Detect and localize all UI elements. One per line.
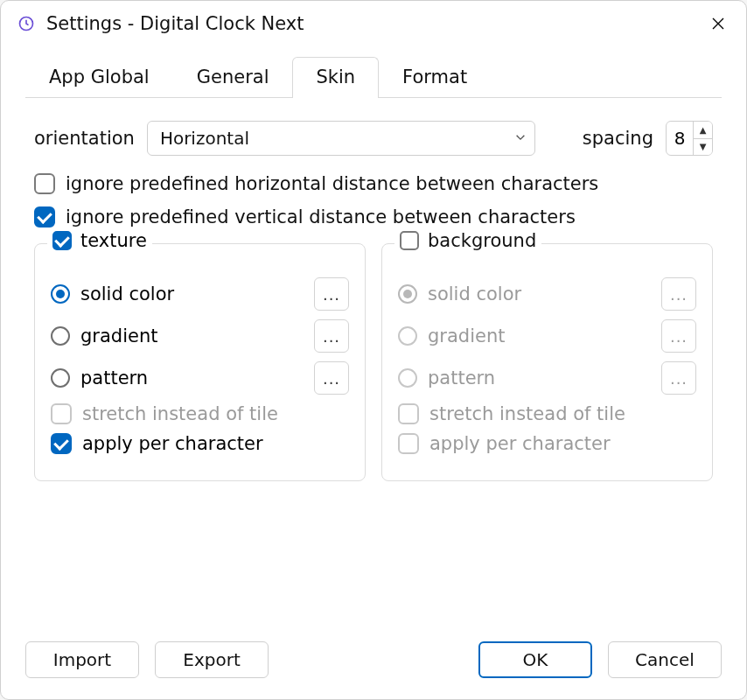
texture-apply-per-char-row: apply per character	[51, 433, 349, 454]
ignore-horizontal-label: ignore predefined horizontal distance be…	[66, 173, 598, 194]
texture-pattern-radio[interactable]	[51, 368, 70, 388]
orientation-select[interactable]: Horizontal	[147, 121, 535, 156]
texture-apply-per-char-checkbox[interactable]	[51, 433, 72, 454]
background-gradient-radio	[398, 326, 417, 346]
background-pattern-row: pattern ...	[398, 361, 696, 395]
close-icon	[711, 17, 725, 31]
orientation-label: orientation	[34, 128, 135, 149]
settings-window: Settings - Digital Clock Next App Global…	[0, 0, 747, 700]
ignore-horizontal-row: ignore predefined horizontal distance be…	[34, 173, 713, 194]
ok-button[interactable]: OK	[478, 641, 592, 678]
texture-gradient-label: gradient	[80, 326, 304, 346]
background-legend: background	[394, 230, 541, 251]
background-gradient-label: gradient	[428, 326, 651, 346]
titlebar: Settings - Digital Clock Next	[1, 1, 746, 43]
orientation-row: orientation Horizontal spacing ▲ ▼	[34, 121, 713, 156]
spacing-input[interactable]	[667, 128, 693, 149]
group-row: texture solid color ... gradient ...	[34, 243, 713, 481]
texture-pattern-more-button[interactable]: ...	[314, 361, 349, 395]
background-gradient-row: gradient ...	[398, 319, 696, 353]
spacing-down-button[interactable]: ▼	[694, 139, 712, 156]
texture-solid-more-button[interactable]: ...	[314, 277, 349, 311]
ignore-vertical-checkbox[interactable]	[34, 206, 55, 228]
texture-stretch-checkbox	[51, 403, 72, 424]
texture-pattern-label: pattern	[80, 368, 304, 388]
texture-legend: texture	[47, 230, 152, 251]
texture-solid-radio[interactable]	[51, 284, 70, 304]
background-stretch-checkbox	[398, 403, 419, 424]
tab-app-global[interactable]: App Global	[25, 57, 173, 98]
background-stretch-row: stretch instead of tile	[398, 403, 696, 424]
background-gradient-more-button: ...	[661, 319, 696, 353]
export-button[interactable]: Export	[155, 641, 269, 678]
texture-solid-row: solid color ...	[51, 277, 349, 311]
background-group: background solid color ... gradient ...	[381, 243, 713, 481]
background-apply-per-char-row: apply per character	[398, 433, 696, 454]
ignore-vertical-row: ignore predefined vertical distance betw…	[34, 206, 713, 228]
tab-general[interactable]: General	[173, 57, 293, 98]
background-apply-per-char-label: apply per character	[429, 433, 696, 454]
import-button[interactable]: Import	[25, 641, 139, 678]
texture-gradient-radio[interactable]	[51, 326, 70, 346]
spacing-spinner[interactable]: ▲ ▼	[666, 121, 713, 156]
texture-enable-checkbox[interactable]	[52, 231, 72, 250]
background-pattern-label: pattern	[428, 368, 651, 388]
background-apply-per-char-checkbox	[398, 433, 419, 454]
background-solid-radio	[398, 284, 417, 304]
orientation-value: Horizontal	[160, 128, 249, 149]
texture-stretch-row: stretch instead of tile	[51, 403, 349, 424]
background-enable-checkbox[interactable]	[400, 231, 419, 250]
background-solid-more-button: ...	[661, 277, 696, 311]
background-pattern-radio	[398, 368, 417, 388]
tabs: App Global General Skin Format	[25, 57, 722, 98]
texture-solid-label: solid color	[80, 284, 304, 304]
ignore-horizontal-checkbox[interactable]	[34, 173, 55, 194]
texture-legend-label: texture	[80, 230, 147, 251]
content-area: App Global General Skin Format orientati…	[1, 43, 746, 641]
texture-group: texture solid color ... gradient ...	[34, 243, 366, 481]
texture-gradient-row: gradient ...	[51, 319, 349, 353]
background-stretch-label: stretch instead of tile	[429, 403, 696, 424]
background-solid-row: solid color ...	[398, 277, 696, 311]
texture-gradient-more-button[interactable]: ...	[314, 319, 349, 353]
texture-stretch-label: stretch instead of tile	[82, 403, 349, 424]
background-solid-label: solid color	[428, 284, 651, 304]
spacing-label: spacing	[583, 128, 653, 149]
close-button[interactable]	[704, 10, 732, 38]
background-legend-label: background	[428, 230, 536, 251]
tab-panel-skin: orientation Horizontal spacing ▲ ▼	[25, 98, 722, 624]
texture-apply-per-char-label: apply per character	[82, 433, 349, 454]
cancel-button[interactable]: Cancel	[608, 641, 722, 678]
clock-icon	[17, 14, 36, 33]
texture-pattern-row: pattern ...	[51, 361, 349, 395]
footer: Import Export OK Cancel	[1, 641, 746, 699]
background-pattern-more-button: ...	[661, 361, 696, 395]
ignore-vertical-label: ignore predefined vertical distance betw…	[66, 206, 576, 228]
tab-format[interactable]: Format	[379, 57, 491, 98]
spacing-up-button[interactable]: ▲	[694, 122, 712, 139]
window-title: Settings - Digital Clock Next	[46, 13, 694, 34]
tab-skin[interactable]: Skin	[292, 57, 379, 98]
